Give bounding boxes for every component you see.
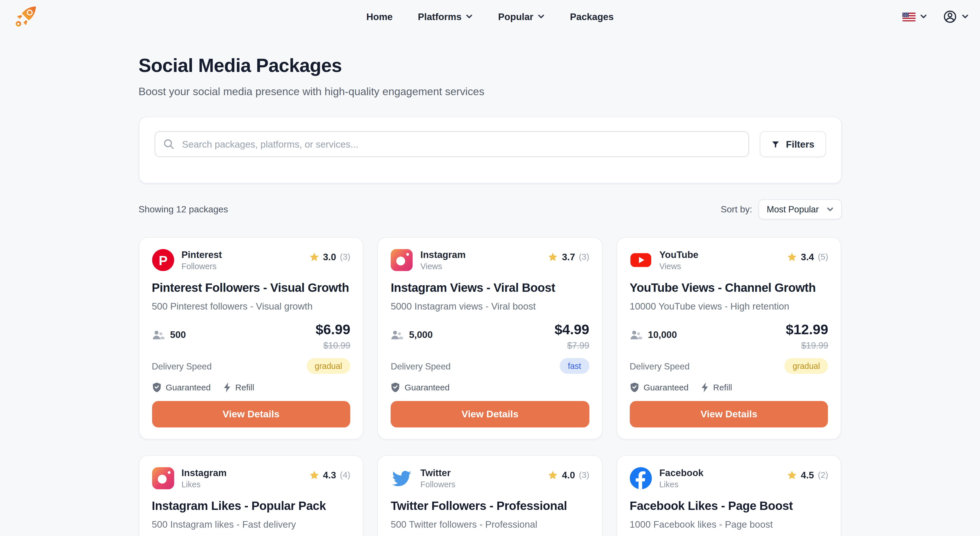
service-type: Followers [420,480,455,489]
search-input[interactable] [181,138,740,150]
package-title: Twitter Followers - Professional [391,499,589,513]
package-title: Instagram Likes - Popular Pack [152,499,350,513]
shield-check-icon [391,382,400,392]
chevron-down-icon [538,13,545,20]
filter-funnel-icon [772,140,780,149]
nav-home[interactable]: Home [366,11,393,22]
platform-name: YouTube [659,249,698,260]
package-title: Instagram Views - Viral Boost [391,281,589,295]
view-details-button[interactable]: View Details [152,401,350,427]
rating: 4.3(4) [309,470,350,480]
brand-rocket-logo-icon[interactable] [13,4,38,29]
instagram-icon [391,249,413,271]
refill-feature: Refill [223,382,254,392]
price: $6.99 [316,322,350,338]
star-icon [309,252,319,262]
view-details-button[interactable]: View Details [630,401,828,427]
results-bar: Showing 12 packages Sort by: Most Popula… [138,199,842,219]
nav-packages[interactable]: Packages [570,11,614,22]
package-description: 500 Pinterest followers - Visual growth [152,301,350,311]
chevron-down-icon [466,13,473,20]
quantity: 10,000 [630,329,677,340]
package-title: YouTube Views - Channel Growth [630,281,828,295]
platform-name: Pinterest [181,249,222,260]
sort-label: Sort by: [721,205,752,214]
package-card: Instagram Likes 4.3(4) Instagram Likes -… [138,455,364,536]
service-type: Views [420,262,466,271]
quantity: 5,000 [391,329,433,340]
star-icon [309,470,319,480]
package-description: 500 Instagram likes - Fast delivery [152,519,350,530]
top-nav: Home Platforms Popular Packages [0,0,980,33]
package-title: Facebook Likes - Page Boost [630,499,828,513]
refill-feature: Refill [701,382,732,392]
pinterest-icon: P [152,249,174,271]
delivery-speed-badge: gradual [307,358,351,374]
package-card: P Pinterest Followers 3.0(3) Pinterest F… [138,237,364,439]
nav-platforms[interactable]: Platforms [418,11,473,22]
sort-dropdown[interactable]: Most Popular [759,199,842,219]
delivery-speed-badge: fast [560,358,589,374]
chevron-down-icon [962,13,969,20]
platform-name: Twitter [420,467,455,478]
page-title: Social Media Packages [138,55,842,76]
delivery-speed-label: Delivery Speed [391,361,451,371]
svg-text:P: P [158,253,167,268]
guaranteed-feature: Guaranteed [152,382,211,392]
service-type: Likes [181,480,227,489]
chevron-down-icon [826,206,833,212]
original-price: $19.99 [786,341,828,350]
service-type: Likes [659,480,703,489]
rating: 4.0(3) [548,470,589,480]
package-description: 500 Twitter followers - Professional [391,519,589,530]
guaranteed-feature: Guaranteed [630,382,689,392]
instagram-icon [152,467,174,489]
nav-right-controls [902,10,969,24]
platform-name: Instagram [420,249,466,260]
delivery-speed-badge: gradual [784,358,828,374]
package-description: 5000 Instagram views - Viral boost [391,301,589,311]
shield-check-icon [630,382,639,392]
rating: 4.5(2) [787,470,828,480]
delivery-speed-label: Delivery Speed [152,361,212,371]
filters-button[interactable]: Filters [760,131,826,157]
main-nav: Home Platforms Popular Packages [366,11,614,22]
language-selector[interactable] [902,12,927,21]
account-menu[interactable] [943,10,969,24]
lightning-icon [701,382,709,392]
users-icon [391,329,403,340]
search-box [154,131,749,157]
view-details-button[interactable]: View Details [391,401,589,427]
price: $4.99 [555,322,589,338]
service-type: Followers [181,262,222,271]
us-flag-icon [902,12,915,21]
package-card: Instagram Views 3.7(3) Instagram Views -… [377,237,603,439]
rating: 3.4(5) [787,252,828,262]
packages-grid: P Pinterest Followers 3.0(3) Pinterest F… [138,237,842,536]
users-icon [152,329,164,340]
package-description: 1000 Facebook likes - Page boost [630,519,828,530]
delivery-speed-label: Delivery Speed [630,361,690,371]
main-content: Social Media Packages Boost your social … [138,33,842,536]
platform-name: Facebook [659,467,703,478]
page: Home Platforms Popular Packages [0,0,980,536]
star-icon [787,252,797,262]
star-icon [787,470,797,480]
price: $12.99 [786,322,828,338]
package-card: Facebook Likes 4.5(2) Facebook Likes - P… [617,455,842,536]
original-price: $10.99 [316,341,350,350]
package-description: 10000 YouTube views - High retention [630,301,828,311]
nav-popular[interactable]: Popular [498,11,544,22]
youtube-icon [630,249,652,271]
rating: 3.7(3) [548,252,589,262]
page-subtitle: Boost your social media presence with hi… [138,86,842,98]
guaranteed-feature: Guaranteed [391,382,450,392]
users-icon [630,329,642,340]
service-type: Views [659,262,698,271]
user-circle-icon [943,10,957,24]
package-card: YouTube Views 3.4(5) YouTube Views - Cha… [617,237,842,439]
package-title: Pinterest Followers - Visual Growth [152,281,350,295]
results-count: Showing 12 packages [138,205,228,214]
facebook-icon [630,467,652,489]
search-panel: Filters [138,117,842,184]
